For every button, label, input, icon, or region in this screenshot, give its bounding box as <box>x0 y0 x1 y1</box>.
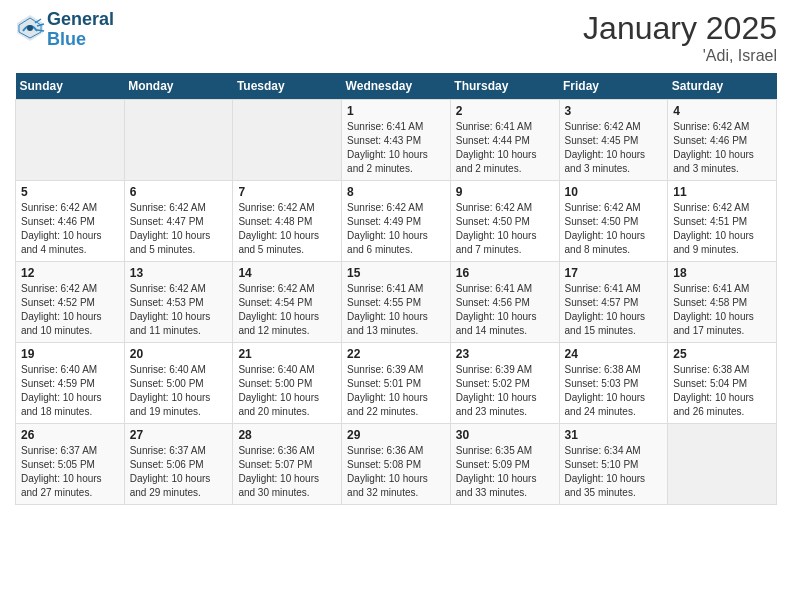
day-number: 21 <box>238 347 336 361</box>
calendar-cell: 7Sunrise: 6:42 AM Sunset: 4:48 PM Daylig… <box>233 181 342 262</box>
calendar-cell: 29Sunrise: 6:36 AM Sunset: 5:08 PM Dayli… <box>342 424 451 505</box>
day-info: Sunrise: 6:42 AM Sunset: 4:50 PM Dayligh… <box>456 201 554 257</box>
weekday-header-saturday: Saturday <box>668 73 777 100</box>
day-number: 2 <box>456 104 554 118</box>
day-number: 16 <box>456 266 554 280</box>
day-number: 11 <box>673 185 771 199</box>
weekday-header-friday: Friday <box>559 73 668 100</box>
day-info: Sunrise: 6:35 AM Sunset: 5:09 PM Dayligh… <box>456 444 554 500</box>
week-row-5: 26Sunrise: 6:37 AM Sunset: 5:05 PM Dayli… <box>16 424 777 505</box>
weekday-header-thursday: Thursday <box>450 73 559 100</box>
calendar-cell: 1Sunrise: 6:41 AM Sunset: 4:43 PM Daylig… <box>342 100 451 181</box>
day-info: Sunrise: 6:41 AM Sunset: 4:44 PM Dayligh… <box>456 120 554 176</box>
day-info: Sunrise: 6:41 AM Sunset: 4:43 PM Dayligh… <box>347 120 445 176</box>
calendar-cell: 6Sunrise: 6:42 AM Sunset: 4:47 PM Daylig… <box>124 181 233 262</box>
weekday-header-monday: Monday <box>124 73 233 100</box>
day-number: 4 <box>673 104 771 118</box>
calendar-cell: 9Sunrise: 6:42 AM Sunset: 4:50 PM Daylig… <box>450 181 559 262</box>
day-number: 25 <box>673 347 771 361</box>
calendar-cell: 18Sunrise: 6:41 AM Sunset: 4:58 PM Dayli… <box>668 262 777 343</box>
day-number: 31 <box>565 428 663 442</box>
day-info: Sunrise: 6:42 AM Sunset: 4:45 PM Dayligh… <box>565 120 663 176</box>
calendar-cell: 10Sunrise: 6:42 AM Sunset: 4:50 PM Dayli… <box>559 181 668 262</box>
day-number: 27 <box>130 428 228 442</box>
day-number: 6 <box>130 185 228 199</box>
calendar-cell: 21Sunrise: 6:40 AM Sunset: 5:00 PM Dayli… <box>233 343 342 424</box>
calendar-cell: 12Sunrise: 6:42 AM Sunset: 4:52 PM Dayli… <box>16 262 125 343</box>
logo-general: General <box>47 9 114 29</box>
calendar-cell: 13Sunrise: 6:42 AM Sunset: 4:53 PM Dayli… <box>124 262 233 343</box>
day-number: 22 <box>347 347 445 361</box>
day-number: 29 <box>347 428 445 442</box>
day-info: Sunrise: 6:42 AM Sunset: 4:47 PM Dayligh… <box>130 201 228 257</box>
day-number: 26 <box>21 428 119 442</box>
day-info: Sunrise: 6:42 AM Sunset: 4:50 PM Dayligh… <box>565 201 663 257</box>
calendar-cell: 30Sunrise: 6:35 AM Sunset: 5:09 PM Dayli… <box>450 424 559 505</box>
calendar-cell: 23Sunrise: 6:39 AM Sunset: 5:02 PM Dayli… <box>450 343 559 424</box>
calendar-cell: 8Sunrise: 6:42 AM Sunset: 4:49 PM Daylig… <box>342 181 451 262</box>
day-info: Sunrise: 6:39 AM Sunset: 5:01 PM Dayligh… <box>347 363 445 419</box>
calendar-cell: 31Sunrise: 6:34 AM Sunset: 5:10 PM Dayli… <box>559 424 668 505</box>
day-info: Sunrise: 6:42 AM Sunset: 4:46 PM Dayligh… <box>21 201 119 257</box>
calendar-cell: 26Sunrise: 6:37 AM Sunset: 5:05 PM Dayli… <box>16 424 125 505</box>
calendar-cell: 27Sunrise: 6:37 AM Sunset: 5:06 PM Dayli… <box>124 424 233 505</box>
page-container: General Blue January 2025 'Adi, Israel S… <box>0 0 792 515</box>
day-info: Sunrise: 6:41 AM Sunset: 4:55 PM Dayligh… <box>347 282 445 338</box>
calendar-cell: 11Sunrise: 6:42 AM Sunset: 4:51 PM Dayli… <box>668 181 777 262</box>
day-number: 19 <box>21 347 119 361</box>
day-info: Sunrise: 6:42 AM Sunset: 4:49 PM Dayligh… <box>347 201 445 257</box>
calendar-cell: 15Sunrise: 6:41 AM Sunset: 4:55 PM Dayli… <box>342 262 451 343</box>
day-number: 15 <box>347 266 445 280</box>
weekday-header-tuesday: Tuesday <box>233 73 342 100</box>
calendar-table: SundayMondayTuesdayWednesdayThursdayFrid… <box>15 73 777 505</box>
calendar-cell: 16Sunrise: 6:41 AM Sunset: 4:56 PM Dayli… <box>450 262 559 343</box>
weekday-header-row: SundayMondayTuesdayWednesdayThursdayFrid… <box>16 73 777 100</box>
day-number: 3 <box>565 104 663 118</box>
day-number: 9 <box>456 185 554 199</box>
day-number: 17 <box>565 266 663 280</box>
weekday-header-wednesday: Wednesday <box>342 73 451 100</box>
day-info: Sunrise: 6:34 AM Sunset: 5:10 PM Dayligh… <box>565 444 663 500</box>
calendar-cell: 2Sunrise: 6:41 AM Sunset: 4:44 PM Daylig… <box>450 100 559 181</box>
calendar-cell <box>16 100 125 181</box>
day-info: Sunrise: 6:40 AM Sunset: 5:00 PM Dayligh… <box>238 363 336 419</box>
day-number: 30 <box>456 428 554 442</box>
logo-text-block: General Blue <box>47 10 114 50</box>
day-number: 24 <box>565 347 663 361</box>
day-number: 10 <box>565 185 663 199</box>
day-number: 12 <box>21 266 119 280</box>
day-info: Sunrise: 6:38 AM Sunset: 5:04 PM Dayligh… <box>673 363 771 419</box>
day-info: Sunrise: 6:42 AM Sunset: 4:54 PM Dayligh… <box>238 282 336 338</box>
week-row-3: 12Sunrise: 6:42 AM Sunset: 4:52 PM Dayli… <box>16 262 777 343</box>
weekday-header-sunday: Sunday <box>16 73 125 100</box>
calendar-cell: 25Sunrise: 6:38 AM Sunset: 5:04 PM Dayli… <box>668 343 777 424</box>
day-info: Sunrise: 6:40 AM Sunset: 4:59 PM Dayligh… <box>21 363 119 419</box>
day-number: 5 <box>21 185 119 199</box>
day-info: Sunrise: 6:39 AM Sunset: 5:02 PM Dayligh… <box>456 363 554 419</box>
month-title: January 2025 <box>583 10 777 47</box>
calendar-cell: 17Sunrise: 6:41 AM Sunset: 4:57 PM Dayli… <box>559 262 668 343</box>
day-info: Sunrise: 6:41 AM Sunset: 4:56 PM Dayligh… <box>456 282 554 338</box>
day-number: 18 <box>673 266 771 280</box>
title-block: January 2025 'Adi, Israel <box>583 10 777 65</box>
day-info: Sunrise: 6:41 AM Sunset: 4:58 PM Dayligh… <box>673 282 771 338</box>
day-info: Sunrise: 6:40 AM Sunset: 5:00 PM Dayligh… <box>130 363 228 419</box>
day-number: 13 <box>130 266 228 280</box>
week-row-2: 5Sunrise: 6:42 AM Sunset: 4:46 PM Daylig… <box>16 181 777 262</box>
logo-blue: Blue <box>47 29 86 49</box>
calendar-cell <box>233 100 342 181</box>
day-info: Sunrise: 6:36 AM Sunset: 5:07 PM Dayligh… <box>238 444 336 500</box>
week-row-1: 1Sunrise: 6:41 AM Sunset: 4:43 PM Daylig… <box>16 100 777 181</box>
day-info: Sunrise: 6:42 AM Sunset: 4:46 PM Dayligh… <box>673 120 771 176</box>
day-info: Sunrise: 6:37 AM Sunset: 5:06 PM Dayligh… <box>130 444 228 500</box>
day-info: Sunrise: 6:36 AM Sunset: 5:08 PM Dayligh… <box>347 444 445 500</box>
day-info: Sunrise: 6:42 AM Sunset: 4:53 PM Dayligh… <box>130 282 228 338</box>
calendar-cell: 24Sunrise: 6:38 AM Sunset: 5:03 PM Dayli… <box>559 343 668 424</box>
day-info: Sunrise: 6:42 AM Sunset: 4:48 PM Dayligh… <box>238 201 336 257</box>
calendar-cell: 14Sunrise: 6:42 AM Sunset: 4:54 PM Dayli… <box>233 262 342 343</box>
week-row-4: 19Sunrise: 6:40 AM Sunset: 4:59 PM Dayli… <box>16 343 777 424</box>
logo-icon <box>15 13 45 43</box>
day-number: 14 <box>238 266 336 280</box>
day-info: Sunrise: 6:42 AM Sunset: 4:51 PM Dayligh… <box>673 201 771 257</box>
page-header: General Blue January 2025 'Adi, Israel <box>15 10 777 65</box>
